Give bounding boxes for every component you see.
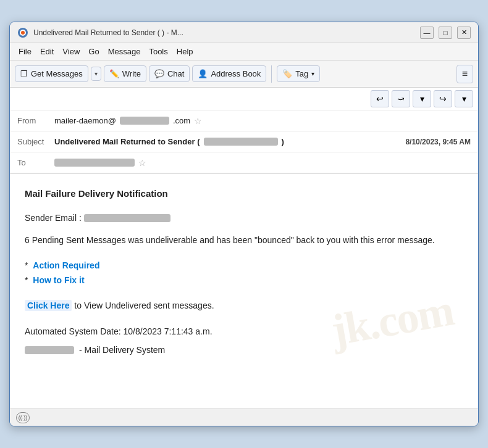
chat-button[interactable]: 💬 Chat	[149, 65, 190, 82]
menu-view[interactable]: View	[59, 46, 83, 57]
toolbar-separator	[271, 65, 272, 83]
maximize-button[interactable]: □	[439, 27, 452, 39]
click-here-section: Click Here to View Undelivered sent mess…	[25, 299, 463, 312]
subject-value: Undelivered Mail Returned to Sender ( ) …	[54, 137, 471, 146]
menubar: File Edit View Go Message Tools Help	[10, 43, 478, 60]
sender-label: Sender Email :	[25, 211, 82, 225]
how-to-fix-line: * How to Fix it	[25, 273, 463, 287]
from-domain: .com	[173, 116, 190, 125]
forward-button[interactable]: ↪	[434, 90, 452, 107]
from-star-icon[interactable]: ☆	[194, 116, 202, 126]
write-label: Write	[122, 69, 141, 78]
signature-redacted	[25, 346, 74, 354]
email-body: jk.com Mail Failure Delivery Notificatio…	[10, 174, 478, 409]
statusbar: ((·))	[10, 409, 478, 426]
to-value: ☆	[54, 158, 471, 168]
action-required-link[interactable]: Action Required	[33, 260, 99, 270]
menu-message[interactable]: Message	[104, 46, 145, 57]
get-messages-label: Get Messages	[31, 69, 83, 78]
to-label: To	[17, 158, 54, 167]
from-redacted	[120, 117, 169, 125]
bullet2: *	[25, 275, 28, 285]
write-icon: ✏️	[109, 69, 119, 78]
subject-label: Subject	[17, 137, 54, 146]
link-list: * Action Required * How to Fix it	[25, 259, 463, 288]
from-address: mailer-daemon@	[54, 116, 116, 125]
close-button[interactable]: ✕	[457, 27, 471, 39]
to-star-icon[interactable]: ☆	[138, 158, 146, 168]
tag-button[interactable]: 🏷️ Tag ▾	[277, 65, 320, 82]
get-messages-dropdown[interactable]: ▾	[91, 67, 101, 81]
action-required-line: * Action Required	[25, 259, 463, 272]
toolbar-menu-button[interactable]: ≡	[456, 65, 473, 83]
reply-button[interactable]: ↩	[371, 90, 389, 107]
main-window: Undelivered Mail Returned to Sender ( ) …	[9, 22, 479, 426]
click-here-suffix: to View Undelivered sent messages.	[72, 301, 214, 310]
subject-redacted	[204, 138, 278, 146]
header-nav-row: ↩ ⤻ ▾ ↪ ▾	[10, 88, 478, 110]
chat-icon: 💬	[154, 69, 164, 78]
from-row: From mailer-daemon@.com ☆	[10, 110, 478, 131]
to-row: To ☆	[10, 152, 478, 173]
reply-all-button[interactable]: ⤻	[392, 90, 410, 107]
nav-chevron-down2[interactable]: ▾	[455, 90, 473, 107]
email-header: ↩ ⤻ ▾ ↪ ▾ From mailer-daemon@.com ☆ Subj…	[10, 88, 478, 174]
app-icon	[17, 27, 28, 38]
toolbar: ❐ Get Messages ▾ ✏️ Write 💬 Chat 👤 Addre…	[10, 60, 478, 88]
chat-label: Chat	[167, 69, 184, 78]
email-timestamp: 8/10/2023, 9:45 AM	[405, 138, 471, 146]
menu-tools[interactable]: Tools	[145, 46, 171, 57]
connection-status-icon: ((·))	[16, 412, 30, 423]
to-redacted	[54, 159, 135, 167]
signature-suffix: - Mail Delivery System	[79, 343, 165, 357]
tag-icon: 🏷️	[282, 69, 292, 78]
address-book-icon: 👤	[198, 69, 208, 78]
signature-line: - Mail Delivery System	[25, 343, 463, 357]
pending-message: 6 Pending Sent Messages was undeliverabl…	[25, 233, 463, 247]
address-book-button[interactable]: 👤 Address Book	[192, 65, 266, 82]
body-title: Mail Failure Delivery Notification	[25, 186, 463, 201]
menu-edit[interactable]: Edit	[36, 46, 57, 57]
menu-go[interactable]: Go	[85, 46, 103, 57]
titlebar-left: Undelivered Mail Returned to Sender ( ) …	[17, 27, 183, 38]
from-label: From	[17, 116, 54, 125]
click-here-link[interactable]: Click Here	[25, 300, 72, 311]
tag-label: Tag	[295, 69, 308, 78]
window-title: Undelivered Mail Returned to Sender ( ) …	[33, 28, 183, 37]
bullet1: *	[25, 260, 28, 270]
connection-icon-symbol: ((·))	[19, 415, 28, 421]
titlebar-controls: — □ ✕	[420, 27, 471, 39]
address-book-label: Address Book	[211, 69, 261, 78]
svg-point-2	[21, 31, 25, 35]
minimize-button[interactable]: —	[420, 27, 434, 39]
subject-row: Subject Undelivered Mail Returned to Sen…	[10, 131, 478, 152]
titlebar: Undelivered Mail Returned to Sender ( ) …	[10, 22, 478, 43]
subject-text-end: )	[282, 137, 284, 146]
from-value: mailer-daemon@.com ☆	[54, 116, 471, 126]
sender-redacted	[84, 214, 170, 222]
menu-help[interactable]: Help	[173, 46, 197, 57]
how-to-fix-link[interactable]: How to Fix it	[33, 275, 84, 285]
sender-line: Sender Email :	[25, 211, 463, 225]
menu-file[interactable]: File	[15, 46, 35, 57]
subject-text-start: Undelivered Mail Returned to Sender (	[54, 137, 200, 146]
write-button[interactable]: ✏️ Write	[104, 65, 146, 82]
get-messages-icon: ❐	[20, 69, 28, 78]
automated-date: Automated System Date: 10/8/2023 7:11:43…	[25, 325, 463, 338]
tag-chevron-icon: ▾	[311, 70, 314, 77]
get-messages-button[interactable]: ❐ Get Messages	[15, 65, 88, 82]
nav-chevron-down[interactable]: ▾	[413, 90, 431, 107]
